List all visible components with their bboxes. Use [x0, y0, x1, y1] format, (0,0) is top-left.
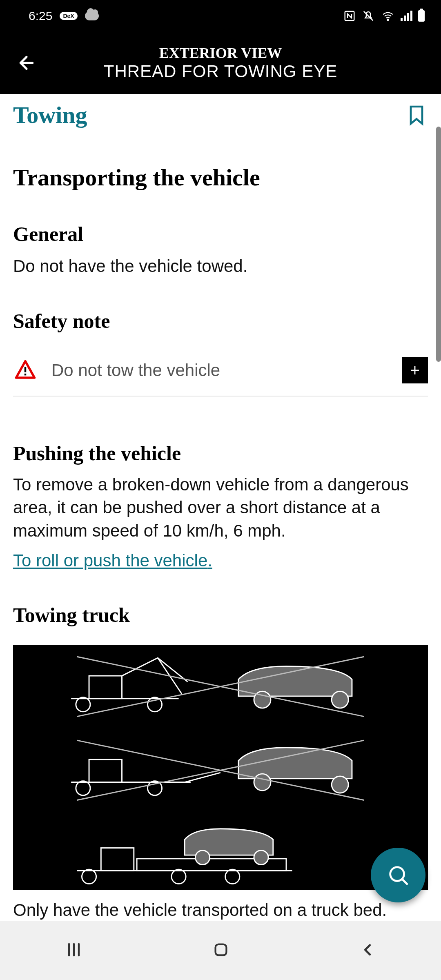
text-pushing: To remove a broken-down vehicle from a d… [13, 473, 428, 543]
svg-point-25 [254, 850, 268, 864]
heading-safety: Safety note [13, 309, 428, 333]
search-fab[interactable] [371, 848, 425, 902]
cloud-icon [85, 11, 99, 20]
svg-rect-2 [24, 367, 27, 372]
safety-note-row[interactable]: Do not tow the vehicle [13, 357, 428, 396]
svg-point-24 [196, 850, 210, 864]
home-button[interactable] [212, 940, 230, 961]
warning-triangle-icon [13, 359, 38, 381]
heading-general: General [13, 222, 428, 246]
heading-pushing: Pushing the vehicle [13, 441, 428, 465]
svg-point-15 [254, 774, 271, 791]
wifi-icon [381, 10, 395, 22]
link-roll-or-push-text: To roll or push the vehicle [13, 551, 207, 570]
link-roll-or-push[interactable]: To roll or push the vehicle. [13, 551, 212, 570]
section-link-towing[interactable]: Towing [13, 101, 87, 129]
scroll-indicator[interactable] [436, 127, 441, 362]
svg-point-9 [332, 691, 348, 708]
heading-transporting: Transporting the vehicle [13, 164, 428, 191]
dex-badge: DeX [60, 12, 77, 20]
heading-towing-truck: Towing truck [13, 603, 428, 627]
status-left: 6:25 DeX [29, 9, 99, 23]
back-nav-button[interactable] [358, 940, 377, 961]
nfc-icon [343, 10, 356, 22]
towing-caption: Only have the vehicle transported on a t… [13, 900, 428, 920]
towing-illustration [13, 645, 428, 890]
search-icon [386, 863, 410, 887]
header-title: THREAD FOR TOWING EYE [12, 62, 429, 81]
header-breadcrumb: EXTERIOR VIEW [12, 45, 429, 62]
pushing-section: Pushing the vehicle To remove a broken-d… [13, 441, 428, 570]
vibrate-icon [361, 10, 375, 22]
svg-rect-27 [216, 944, 227, 955]
text-general: Do not have the vehicle towed. [13, 255, 428, 278]
towing-truck-diagram-icon [13, 645, 428, 890]
safety-note-text: Do not tow the vehicle [51, 361, 388, 380]
chevron-left-icon [358, 940, 377, 959]
battery-icon [418, 10, 425, 22]
status-bar: 6:25 DeX [0, 0, 441, 32]
status-right [343, 10, 425, 22]
svg-point-1 [387, 19, 389, 21]
expand-button[interactable] [402, 357, 428, 383]
plus-icon [408, 363, 422, 377]
home-icon [212, 940, 230, 959]
recents-button[interactable] [64, 940, 84, 961]
android-nav-bar [0, 921, 441, 980]
content-area: Towing Transporting the vehicle General … [0, 94, 441, 920]
app-header: EXTERIOR VIEW THREAD FOR TOWING EYE [0, 32, 441, 94]
recents-icon [64, 940, 84, 960]
section-title-row: Towing [13, 94, 428, 129]
header-titles: EXTERIOR VIEW THREAD FOR TOWING EYE [12, 45, 429, 81]
status-time: 6:25 [29, 9, 52, 23]
signal-icon [401, 11, 412, 21]
svg-rect-3 [24, 374, 27, 376]
svg-point-16 [332, 776, 348, 793]
bookmark-icon[interactable] [405, 102, 428, 128]
